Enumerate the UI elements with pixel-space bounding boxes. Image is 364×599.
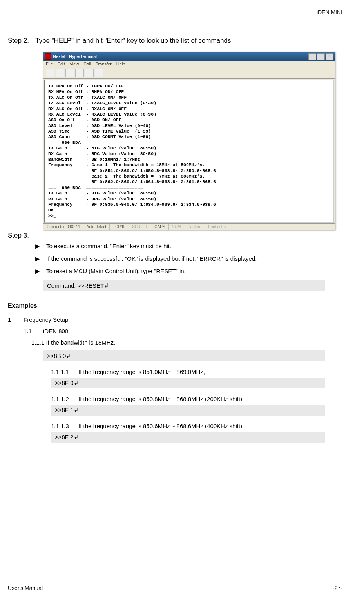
footer-left: User's Manual	[8, 585, 43, 591]
row-1-1-1: 1.1.1 If the bandwidth is 18MHz,	[31, 339, 342, 346]
row-1-1-1-3: 1.1.1.3 If the frequency range is 850.6M…	[51, 423, 342, 429]
toolbar-btn-1[interactable]	[46, 69, 54, 77]
toolbar-btn-5[interactable]	[85, 69, 94, 77]
reset-command-box: Command: >>RESET↲	[43, 280, 325, 291]
window-title: Nextel - HyperTerminal	[53, 54, 97, 59]
menu-view[interactable]: View	[70, 62, 79, 66]
statusbar: Connected 0:00:44 Auto detect TCP/IP SCR…	[43, 223, 335, 230]
step2-label: Step 2.	[8, 37, 35, 45]
text-1-1-1-3: If the frequency range is 850.6MHz ~ 868…	[78, 423, 244, 429]
bullet-2-text: If the command is successful, "OK" is di…	[46, 255, 257, 262]
status-print: Print echo	[205, 224, 229, 230]
num-1-1-1-2: 1.1.1.2	[51, 396, 78, 402]
status-num: NUM	[169, 224, 185, 230]
text-1: Frequency Setup	[24, 316, 68, 323]
bullet-1: ▶ To execute a command, "Enter" key must…	[35, 243, 342, 250]
text-1-1-1: 1.1.1 If the bandwidth is 18MHz,	[31, 339, 115, 346]
minimize-button[interactable]: _	[308, 53, 316, 60]
header-product: iDEN MINI	[8, 9, 342, 15]
bullet-3: ▶ To reset a MCU (Main Control Unit), ty…	[35, 268, 342, 275]
step2-row: Step 2. Type "HELP" in and hit "Enter" k…	[8, 37, 342, 45]
terminal-output[interactable]: TX HPA On Off - THPA ON/ OFF RX HPA On O…	[44, 80, 334, 223]
toolbar-btn-2[interactable]	[56, 69, 64, 77]
toolbar	[43, 67, 335, 79]
num-1-1-1-1: 1.1.1.1	[51, 368, 78, 375]
row-1-1-1-2: 1.1.1.2 If the frequency range is 850.8M…	[51, 396, 342, 402]
app-icon	[45, 53, 51, 60]
step3-label: Step 3.	[8, 232, 35, 240]
row-1-1-1-1: 1.1.1.1 If the frequency range is 851.0M…	[51, 368, 342, 375]
step2-text: Type "HELP" in and hit "Enter" key to lo…	[35, 37, 342, 45]
menu-call[interactable]: Call	[83, 62, 91, 66]
status-caps: CAPS	[151, 224, 168, 230]
toolbar-btn-6[interactable]	[95, 69, 103, 77]
text-1-1-1-2: If the frequency range is 850.8MHz ~ 868…	[78, 396, 244, 402]
row-1-1: 1.1 iDEN 800,	[24, 328, 342, 334]
status-scroll: SCROLL	[129, 224, 151, 230]
text-1-1: iDEN 800,	[43, 328, 70, 334]
examples-heading: Examples	[8, 302, 342, 309]
titlebar: Nextel - HyperTerminal _ □ ×	[43, 52, 335, 61]
status-detect: Auto detect	[83, 224, 110, 230]
menubar: File Edit View Call Transfer Help	[43, 61, 335, 67]
text-1-1-1-1: If the frequency range is 851.0MHz ~ 869…	[78, 368, 205, 375]
toolbar-btn-4[interactable]	[75, 69, 84, 77]
cmd-8f2: >>8F 2↲	[51, 432, 325, 443]
close-button[interactable]: ×	[326, 53, 333, 60]
menu-help[interactable]: Help	[116, 62, 125, 66]
toolbar-btn-3[interactable]	[65, 69, 74, 77]
bullet-icon: ▶	[35, 243, 46, 250]
bullet-1-text: To execute a command, "Enter" key must b…	[46, 243, 171, 250]
num-1-1-1-3: 1.1.1.3	[51, 423, 78, 429]
row-1: 1 Frequency Setup	[8, 316, 342, 323]
cmd-8f0: >>8F 0↲	[51, 378, 325, 388]
bullet-2: ▶ If the command is successful, "OK" is …	[35, 255, 342, 262]
bullet-icon: ▶	[35, 268, 46, 275]
num-1: 1	[8, 316, 24, 323]
num-1-1: 1.1	[24, 328, 43, 334]
cmd-8f1: >>8F 1↲	[51, 405, 325, 416]
bullet-icon: ▶	[35, 255, 46, 262]
hyperterminal-window: Nextel - HyperTerminal _ □ × File Edit V…	[43, 52, 335, 230]
status-capture: Capture	[184, 224, 205, 230]
status-protocol: TCP/IP	[110, 224, 129, 230]
menu-transfer[interactable]: Transfer	[96, 62, 112, 66]
footer-right: -27-	[333, 585, 342, 591]
bullet-3-text: To reset a MCU (Main Control Unit), type…	[46, 268, 186, 275]
menu-edit[interactable]: Edit	[58, 62, 65, 66]
maximize-button[interactable]: □	[317, 53, 325, 60]
status-connected: Connected 0:00:44	[43, 224, 83, 230]
menu-file[interactable]: File	[46, 62, 53, 66]
cmd-8b0: >>8B 0↲	[43, 350, 325, 361]
